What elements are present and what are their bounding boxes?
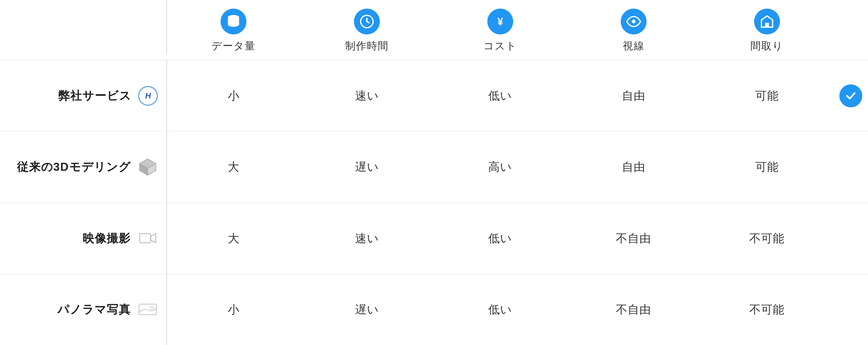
cell-data-size: 大 [167, 230, 300, 246]
cell-data-size: 小 [167, 301, 300, 317]
3d-box-icon [138, 157, 158, 177]
col-label-data-size: データ量 [211, 39, 255, 53]
h-logo-icon: H [138, 86, 158, 106]
col-header-floor: 間取り [700, 0, 834, 53]
table-row: パノラマ写真 小 遅い 低い 不自由 不可能 [0, 274, 868, 345]
table-row: 従来の3Dモデリング 大 遅い 高い 自由 可能 [0, 132, 868, 203]
row-label-our-service: 弊社サービス H [0, 86, 166, 106]
comparison-table: データ量 制作時間 ¥ コスト [0, 0, 868, 345]
svg-point-3 [632, 20, 636, 24]
cell-floor: 不可能 [700, 230, 834, 246]
database-icon [221, 9, 246, 34]
cell-view: 自由 [567, 88, 700, 104]
cell-cost: 高い [434, 159, 567, 175]
cell-floor: 不可能 [700, 301, 834, 317]
col-header-view: 視線 [567, 0, 700, 53]
cell-time: 遅い [300, 159, 434, 175]
col-label-view: 視線 [623, 39, 645, 53]
cell-time: 速い [300, 88, 434, 104]
table-row: 弊社サービス H 小 速い 低い 自由 可能 [0, 60, 868, 132]
header-row: データ量 制作時間 ¥ コスト [0, 0, 868, 60]
svg-rect-11 [140, 234, 151, 243]
row-label-text: 映像撮影 [83, 230, 131, 246]
video-camera-icon [138, 228, 158, 248]
checkmark-badge [839, 84, 862, 107]
house-icon [754, 9, 780, 34]
cell-data-size: 小 [167, 88, 300, 104]
col-label-floor: 間取り [750, 39, 783, 53]
eye-icon [621, 9, 647, 34]
svg-text:¥: ¥ [497, 16, 503, 28]
row-label-video: 映像撮影 [0, 228, 166, 248]
cell-floor: 可能 [700, 88, 834, 104]
row-label-3d: 従来の3Dモデリング [0, 157, 166, 177]
col-header-cost: ¥ コスト [434, 0, 567, 53]
row-label-text: パノラマ写真 [57, 301, 131, 317]
col-header-time: 制作時間 [300, 0, 434, 53]
svg-marker-12 [151, 234, 156, 243]
cell-view: 自由 [567, 159, 700, 175]
col-header-data-size: データ量 [167, 0, 300, 53]
cell-cost: 低い [434, 88, 567, 104]
svg-rect-4 [765, 23, 769, 27]
panorama-icon [138, 299, 158, 319]
svg-point-14 [150, 306, 153, 309]
clock-icon [354, 9, 380, 34]
table-row: 映像撮影 大 速い 低い 不自由 不可能 [0, 203, 868, 274]
data-rows: 弊社サービス H 小 速い 低い 自由 可能 従来の3Dモデ [0, 60, 868, 345]
col-label-time: 制作時間 [345, 39, 389, 53]
row-label-text: 従来の3Dモデリング [17, 159, 131, 175]
cell-cost: 低い [434, 230, 567, 246]
cell-time: 遅い [300, 301, 434, 317]
row-label-text: 弊社サービス [58, 88, 131, 104]
row-label-panorama: パノラマ写真 [0, 299, 166, 319]
cell-view: 不自由 [567, 230, 700, 246]
yen-icon: ¥ [487, 9, 513, 34]
col-label-cost: コスト [483, 39, 517, 53]
cell-floor: 可能 [700, 159, 834, 175]
cell-cost: 低い [434, 301, 567, 317]
checkmark-cell [834, 84, 868, 107]
cell-data-size: 大 [167, 159, 300, 175]
cell-view: 不自由 [567, 301, 700, 317]
cell-time: 速い [300, 230, 434, 246]
svg-rect-13 [139, 304, 157, 315]
